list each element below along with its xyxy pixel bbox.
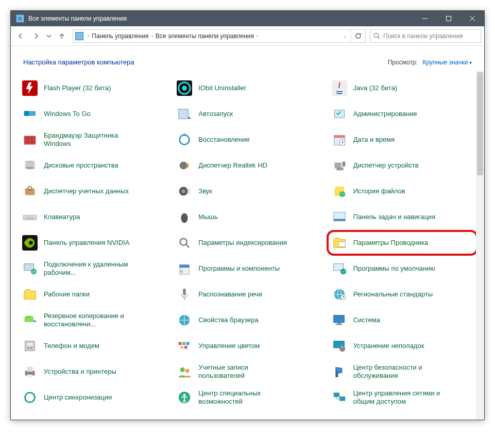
svg-rect-52 — [183, 289, 186, 295]
control-panel-window: ⊞ Все элементы панели управления › Панел… — [10, 10, 485, 420]
forward-button[interactable] — [29, 29, 43, 43]
firewall-icon — [21, 131, 39, 148]
cp-item-defaults[interactable]: Программы по умолчанию — [327, 256, 478, 281]
svg-point-18 — [180, 135, 190, 145]
minimize-button[interactable] — [413, 11, 437, 26]
breadcrumb-1[interactable]: Все элементы панели управления — [155, 32, 255, 40]
svg-rect-68 — [186, 342, 190, 345]
sync-icon — [21, 389, 39, 406]
phone-icon — [21, 337, 39, 355]
cp-item-label: Параметры индексирования — [198, 239, 287, 247]
cp-item-label: Java (32 бита) — [353, 84, 398, 92]
titlebar-icon: ⊞ — [16, 14, 24, 23]
cp-item-label: Центр безопасности и обслуживания — [353, 363, 446, 380]
view-dropdown[interactable]: Крупные значки — [422, 59, 472, 66]
chevron-right-icon: › — [86, 33, 91, 39]
cp-item-datetime[interactable]: Дата и время — [327, 127, 478, 153]
recovery-icon — [176, 131, 193, 148]
cp-item-label: Программы по умолчанию — [353, 264, 435, 273]
cp-item-sound[interactable]: Звук — [172, 178, 323, 204]
cp-item-autoplay[interactable]: Автозапуск — [172, 101, 323, 127]
cred-icon — [21, 182, 39, 200]
cp-item-network[interactable]: Центр управления сетями и общим доступом — [327, 385, 478, 410]
cp-item-inetopt[interactable]: Свойства браузера — [172, 307, 323, 333]
cp-item-label: Программы и компоненты — [198, 264, 280, 273]
breadcrumb-0[interactable]: Панель управления — [91, 32, 149, 40]
cp-item-region[interactable]: Региональные стандарты — [327, 281, 478, 307]
scrollbar[interactable] — [476, 71, 484, 420]
cp-item-recovery[interactable]: Восстановление — [172, 127, 323, 153]
svg-point-80 — [25, 393, 35, 403]
devmgr-icon — [331, 157, 348, 174]
cp-item-label: Система — [353, 316, 380, 324]
back-button[interactable] — [14, 29, 27, 43]
cp-item-programs[interactable]: Программы и компоненты — [172, 256, 323, 281]
cp-item-mouse[interactable]: Мышь — [172, 204, 323, 230]
cp-item-cred[interactable]: Диспетчер учетных данных — [17, 178, 168, 204]
cp-item-sync[interactable]: Центр синхронизации — [17, 385, 168, 410]
svg-rect-1 — [447, 16, 451, 21]
svg-rect-17 — [24, 136, 36, 145]
cp-item-rdp[interactable]: Подключения к удаленным рабочим... — [17, 256, 168, 281]
printers-icon — [21, 363, 39, 380]
cp-item-label: Резервное копирование и восстановлени... — [44, 312, 136, 329]
cp-item-label: IObit Uninstaller — [198, 84, 246, 92]
cp-item-backup[interactable]: Резервное копирование и восстановлени... — [17, 307, 168, 333]
up-button[interactable] — [55, 29, 69, 43]
svg-rect-39 — [333, 219, 345, 221]
scrollbar-thumb[interactable] — [477, 72, 483, 175]
history-dropdown[interactable] — [45, 29, 53, 43]
cp-item-color[interactable]: Управление цветом — [172, 333, 323, 359]
cp-item-system[interactable]: Система — [327, 307, 478, 333]
cp-item-explorer[interactable]: Параметры Проводника — [327, 230, 478, 256]
cp-item-taskbar[interactable]: Панель задач и навигация — [327, 204, 478, 230]
cp-item-label: Центр специальных возможностей — [198, 389, 291, 406]
svg-rect-30 — [25, 188, 35, 195]
cp-item-users[interactable]: Учетные записи пользователей — [172, 359, 323, 385]
cp-item-workfolders[interactable]: Рабочие папки — [17, 281, 168, 307]
backup-icon — [21, 311, 39, 329]
cp-item-realtek[interactable]: Диспетчер Realtek HD — [172, 153, 323, 178]
navbar: › Панель управления › Все элементы панел… — [11, 26, 484, 46]
cp-item-admin[interactable]: Администрирование — [327, 101, 478, 127]
maximize-button[interactable] — [437, 11, 460, 26]
cp-item-phone[interactable]: Телефон и модем — [17, 333, 168, 359]
search-input[interactable]: Поиск в панели управления — [370, 29, 481, 43]
cp-item-index[interactable]: Параметры индексирования — [172, 230, 323, 256]
refresh-button[interactable] — [351, 30, 365, 42]
cp-item-speech[interactable]: Распознавание речи — [172, 281, 323, 307]
address-dropdown[interactable]: ⌄ — [339, 34, 351, 39]
close-button[interactable] — [460, 11, 484, 26]
svg-point-33 — [182, 189, 186, 193]
cp-item-firewall[interactable]: Брандмауэр Защитника Windows — [17, 127, 168, 153]
filehist-icon — [331, 182, 348, 200]
svg-rect-63 — [27, 343, 32, 346]
svg-point-65 — [30, 347, 32, 349]
cp-item-iobit[interactable]: IObit Uninstaller — [172, 75, 323, 101]
cp-item-ease[interactable]: Центр специальных возможностей — [172, 385, 323, 410]
svg-rect-85 — [333, 393, 339, 397]
cp-item-nvidia[interactable]: Панель управления NVIDIA — [17, 230, 168, 256]
cp-item-devmgr[interactable]: Диспетчер устройств — [327, 153, 478, 178]
search-placeholder: Поиск в панели управления — [383, 32, 463, 40]
address-bar[interactable]: › Панель управления › Все элементы панел… — [73, 29, 366, 43]
cp-item-label: Учетные записи пользователей — [198, 363, 291, 380]
cp-item-wtg[interactable]: Windows To Go — [17, 101, 168, 127]
page-heading: Настройка параметров компьютера — [23, 58, 134, 66]
cp-item-trouble[interactable]: Устранение неполадок — [327, 333, 478, 359]
cp-item-security[interactable]: Центр безопасности и обслуживания — [327, 359, 478, 385]
cp-item-printers[interactable]: Устройства и принтеры — [17, 359, 168, 385]
cp-item-java[interactable]: Java (32 бита) — [327, 75, 478, 101]
svg-point-26 — [180, 162, 187, 170]
svg-point-41 — [29, 241, 33, 245]
cp-item-label: Центр синхронизации — [44, 393, 112, 402]
svg-point-51 — [340, 269, 346, 274]
workfolders-icon — [21, 286, 39, 303]
cp-item-filehist[interactable]: История файлов — [327, 178, 478, 204]
cp-item-keyboard[interactable]: Клавиатура — [17, 204, 168, 230]
svg-rect-75 — [27, 367, 32, 372]
svg-point-84 — [183, 394, 186, 396]
cp-item-flash[interactable]: Flash Player (32 бита) — [17, 75, 168, 101]
svg-rect-21 — [334, 136, 345, 138]
cp-item-storage[interactable]: Дисковые пространства — [17, 153, 168, 178]
